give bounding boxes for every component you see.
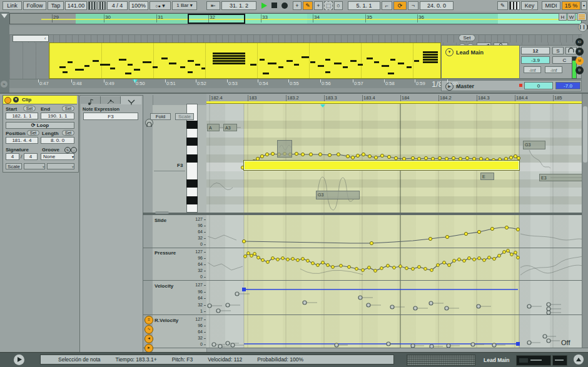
pressure-expression-point[interactable] (503, 251, 506, 254)
show-detail-button[interactable] (574, 354, 584, 364)
pressure-expression-point[interactable] (317, 264, 320, 267)
pressure-expression-point[interactable] (332, 266, 335, 269)
pressure-expression-point[interactable] (291, 258, 295, 261)
preview-play-button[interactable] (14, 354, 24, 365)
ghost-velocity-point[interactable] (216, 309, 220, 313)
pressure-expression-point[interactable] (257, 256, 260, 259)
pitch-expression-point[interactable] (260, 154, 263, 158)
pitch-expression-point[interactable] (417, 157, 420, 160)
ghost-note[interactable]: G3 (316, 191, 360, 199)
slide-expression-point[interactable] (464, 232, 467, 235)
pitch-expression-point[interactable] (402, 157, 405, 160)
pressure-expression-point[interactable] (468, 257, 471, 260)
ghost-rvelocity-point[interactable] (471, 343, 475, 346)
pressure-expression-point[interactable] (443, 261, 446, 264)
pressure-expression-point[interactable] (322, 261, 325, 264)
slide-expression-point[interactable] (428, 237, 432, 240)
pressure-expression-point[interactable] (281, 257, 285, 260)
pressure-expression-point[interactable] (307, 259, 310, 263)
pressure-expression-point[interactable] (437, 264, 440, 267)
pitch-expression-point[interactable] (465, 156, 469, 159)
pressure-expression-point[interactable] (418, 266, 421, 269)
divider-handle[interactable] (155, 211, 169, 214)
ghost-velocity-point[interactable] (527, 304, 531, 308)
slide-expression-point[interactable] (242, 239, 245, 243)
pressure-expression-point[interactable] (374, 269, 377, 273)
pressure-expression-point[interactable] (380, 267, 383, 270)
pressure-expression-point[interactable] (458, 258, 461, 261)
pressure-expression-point[interactable] (348, 266, 351, 269)
pressure-expression-point[interactable] (493, 258, 496, 261)
slide-expression-point[interactable] (490, 227, 494, 230)
pitch-expression-point[interactable] (356, 154, 359, 157)
ghost-rvelocity-point[interactable] (231, 343, 235, 347)
pitch-expression-point[interactable] (328, 153, 331, 156)
pitch-expression-point[interactable] (318, 153, 322, 156)
ghost-velocity-point[interactable] (429, 301, 433, 305)
pressure-expression-point[interactable] (340, 264, 343, 268)
pressure-expression-point[interactable] (387, 264, 390, 268)
pitch-expression-point[interactable] (241, 166, 244, 169)
pressure-expression-point[interactable] (405, 267, 408, 270)
pitch-expression-point[interactable] (252, 159, 255, 163)
ghost-velocity-point[interactable] (547, 307, 550, 311)
pitch-expression-point[interactable] (492, 158, 495, 161)
pressure-expression-point[interactable] (463, 259, 466, 263)
velocity-lane-toggle[interactable]: ► (144, 344, 153, 353)
pitch-expression-point[interactable] (438, 156, 441, 159)
ghost-note[interactable]: A3 (223, 124, 237, 131)
pitch-expression-point[interactable] (271, 152, 274, 155)
pressure-expression-point[interactable] (498, 254, 501, 258)
pressure-expression-point[interactable] (514, 251, 517, 254)
slide-expression-point[interactable] (477, 230, 480, 233)
editor-scrollbar[interactable] (582, 94, 588, 348)
ghost-velocity-point[interactable] (208, 304, 211, 308)
pressure-expression-point[interactable] (302, 258, 305, 261)
pitch-expression-point[interactable] (295, 152, 298, 155)
grid-off-indicator[interactable]: Off (561, 339, 570, 346)
pitch-expression-point[interactable] (514, 154, 517, 158)
pitch-expression-point[interactable] (368, 154, 371, 158)
pressure-expression-point[interactable] (399, 265, 402, 268)
pitch-expression-point[interactable] (504, 157, 507, 160)
ghost-velocity-point[interactable] (477, 304, 480, 308)
pressure-expression-point[interactable] (368, 266, 371, 269)
pressure-expression-point[interactable] (276, 258, 280, 261)
ghost-rvelocity-point[interactable] (226, 341, 230, 345)
ghost-rvelocity-point[interactable] (212, 343, 216, 346)
pressure-expression-point[interactable] (286, 258, 290, 261)
pressure-expression-point[interactable] (448, 264, 451, 267)
pressure-expression-point[interactable] (266, 261, 270, 264)
pressure-expression-point[interactable] (478, 257, 481, 260)
ghost-velocity-point[interactable] (226, 303, 230, 307)
pressure-expression-point[interactable] (250, 254, 253, 258)
pressure-expression-point[interactable] (510, 253, 514, 256)
pressure-expression-point[interactable] (253, 253, 256, 256)
pitch-expression-point[interactable] (387, 155, 390, 158)
pressure-expression-point[interactable] (362, 269, 365, 272)
ghost-rvelocity-point[interactable] (387, 342, 390, 346)
velocity-marker[interactable] (242, 288, 246, 291)
ghost-rvelocity-point[interactable] (492, 343, 496, 347)
pitch-expression-point[interactable] (411, 156, 414, 159)
pressure-expression-point[interactable] (488, 256, 491, 259)
ghost-rvelocity-point[interactable] (547, 339, 550, 343)
pitch-expression-point[interactable] (479, 157, 482, 160)
pitch-expression-point[interactable] (256, 157, 259, 160)
pitch-expression-point[interactable] (337, 153, 340, 156)
ghost-velocity-point[interactable] (303, 301, 307, 304)
ghost-velocity-point[interactable] (367, 303, 370, 307)
pressure-expression-point[interactable] (244, 255, 247, 258)
scale-highlight-button[interactable]: Scale (175, 113, 194, 120)
pitch-expression-point[interactable] (351, 156, 354, 159)
ghost-velocity-point[interactable] (547, 303, 550, 306)
pitch-expression-point[interactable] (498, 158, 501, 161)
pitch-lane-toggle[interactable]: ≡ (144, 316, 153, 324)
pitch-expression-point[interactable] (459, 157, 462, 160)
pressure-expression-point[interactable] (517, 256, 520, 259)
pitch-expression-point[interactable] (346, 154, 349, 158)
pitch-expression-point[interactable] (517, 156, 520, 159)
ghost-note[interactable]: G3 (523, 141, 545, 149)
pitch-expression-point[interactable] (374, 156, 377, 159)
pressure-lane-toggle[interactable]: ◄ (144, 334, 153, 343)
